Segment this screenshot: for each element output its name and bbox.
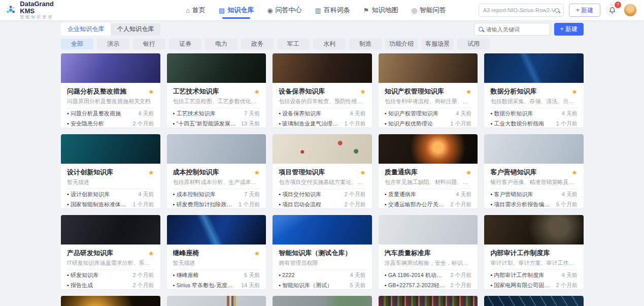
knowledge-card[interactable]: 继峰座椅 ★ 暂无描述 继峰座椅 5 天前 Sirius 窄条敷包-宽度不均匀 …	[167, 215, 266, 289]
card-doc-item[interactable]: 知识产权管理知识库 4 天前	[385, 108, 472, 118]
card-doc-item[interactable]: 设备保养知识库 4 天前	[279, 108, 366, 118]
app-logo[interactable]: DataGrand KMS 智能知识管理	[5, 1, 60, 20]
card-doc-item[interactable]: 项目需求分析报告编制提纲 5 个月前	[490, 199, 578, 208]
knowledge-card[interactable]: 成本控制知识库 ★ 包括原材料成本分析、生产成本核算、成本优化... 成本控制知…	[167, 134, 266, 208]
nav-item-qa-center[interactable]: ◉ 问答中心	[267, 0, 301, 20]
knowledge-card-partial[interactable]	[484, 296, 584, 306]
card-doc-item[interactable]: 设计创新知识库 4 天前	[67, 189, 154, 199]
doc-time: 4 天前	[134, 110, 154, 117]
card-doc-item[interactable]: 客户营销知识库 4 天前	[490, 189, 578, 199]
filter-chip-manufacturing[interactable]: 制造	[349, 39, 382, 49]
notification-bell[interactable]: ?	[605, 4, 619, 17]
knowledge-card[interactable]: 项目管理知识库 ★ 包含项目交付实施基础方案论、公司成本、进度... 项目交付知…	[273, 134, 372, 208]
filter-chip-features[interactable]: 功能介绍	[385, 39, 418, 49]
global-search-input[interactable]	[483, 7, 555, 13]
card-doc-item[interactable]: 交通运输部办公厅关于2016年下... 2 个月前	[385, 199, 472, 208]
star-icon[interactable]: ★	[360, 169, 366, 176]
filter-chip-military[interactable]: 军工	[277, 39, 310, 49]
knowledge-card-partial[interactable]	[379, 296, 478, 306]
card-doc-item[interactable]: 安全隐患分析 2 个月前	[67, 118, 154, 128]
knowledge-card[interactable]: 产品研发知识库 ★ IT研发知识库涵盖需求分析、系统设计、编码规... 研发知识…	[61, 215, 160, 289]
keyword-search-input[interactable]	[486, 26, 546, 33]
filter-chip-power[interactable]: 电力	[205, 39, 238, 49]
star-icon[interactable]: ★	[148, 88, 154, 96]
star-icon[interactable]: ★	[254, 88, 260, 96]
card-doc-item[interactable]: 质量通病库 4 天前	[385, 189, 472, 199]
filter-chip-water[interactable]: 水利	[313, 39, 346, 49]
header-new-button[interactable]: + 新建	[569, 4, 600, 17]
card-doc-item[interactable]: 工业大数据分析指南 1 个月前	[490, 118, 578, 128]
star-icon[interactable]: ★	[466, 169, 472, 176]
knowledge-card[interactable]: 设计创新知识库 ★ 暂无描述 设计创新知识库 4 天前 国家智能制造标准体系建设…	[61, 134, 160, 208]
knowledge-card-partial[interactable]	[61, 296, 160, 306]
knowledge-card[interactable]: 内部审计工作制度库 审计计划、审计方案、审计工作程序、审计质量 内部审计工作制度…	[484, 215, 584, 289]
star-icon[interactable]: ★	[148, 169, 154, 176]
global-search[interactable]	[479, 4, 564, 17]
knowledge-card-partial[interactable]: SAFE	[273, 296, 372, 306]
card-doc-item[interactable]: 2222 4 天前	[279, 270, 366, 280]
card-doc-item[interactable]: 研发知识库 2 个月前	[67, 270, 154, 280]
star-icon[interactable]: ★	[254, 169, 260, 176]
filter-chip-demo[interactable]: 演示	[97, 39, 129, 49]
card-doc-item[interactable]: 报告生成 2 个月前	[67, 280, 154, 289]
card-description: 包括工艺流程图、工艺参数优化、新材料应用、...	[173, 98, 260, 105]
card-doc-item[interactable]: 国家智能制造标准体系建设指南 1 个月前	[67, 199, 154, 208]
keyword-search[interactable]	[474, 23, 550, 36]
filter-chip-bank[interactable]: 银行	[133, 39, 165, 49]
knowledge-card[interactable]: 智能知识库（测试仓库） 拥有管理员权限 2222 4 天前 智能知识库（测试） …	[273, 215, 372, 289]
new-repo-button[interactable]: + 新建	[554, 23, 584, 36]
star-icon[interactable]: ★	[571, 169, 578, 176]
nav-item-smart-qa[interactable]: ◎ 智能问答	[411, 0, 446, 20]
star-icon[interactable]: ★	[254, 250, 260, 257]
knowledge-card[interactable]: 数据分析知识库 ★ 包括数据采集、存储、清洗、分析和可视化等内... 数据分析知…	[484, 53, 584, 128]
star-icon[interactable]: ★	[466, 88, 472, 96]
card-doc-item[interactable]: 知识产权优势理论 1 个月前	[385, 118, 472, 128]
card-doc-item[interactable]: 项目交付知识库 2 个月前	[279, 189, 366, 199]
filter-chip-government[interactable]: 政务	[241, 39, 274, 49]
star-icon[interactable]: ★	[571, 88, 578, 96]
nav-item-knowledge-map[interactable]: ⚑ 知识地图	[363, 0, 398, 20]
app-subtitle: 智能知识管理	[20, 15, 60, 20]
user-avatar[interactable]	[624, 4, 637, 17]
card-doc-item[interactable]: 数据分析知识库 4 天前	[490, 108, 578, 118]
doc-time: 5 个月前	[552, 201, 578, 208]
knowledge-card[interactable]: 工艺技术知识库 ★ 包括工艺流程图、工艺参数优化、新材料应用、... 工艺技术知…	[167, 53, 266, 128]
card-doc-item[interactable]: 研发费用加计扣除政策执行指引... 1 个月前	[173, 199, 260, 208]
card-doc-item[interactable]: GB+22757.2-2023轻型汽车能源... 2 个月前	[385, 280, 472, 289]
star-icon[interactable]: ★	[360, 88, 366, 96]
card-doc-item[interactable]: 继峰座椅 5 天前	[173, 270, 260, 280]
nav-item-home[interactable]: ⌂ 首页	[186, 0, 206, 20]
card-doc-item[interactable]: 玻璃制造业废气治理工程技术规... 1 个月前	[279, 118, 366, 128]
nav-item-knowledge-repo[interactable]: ▤ 知识仓库	[219, 0, 254, 20]
doc-name: 2222	[279, 272, 294, 278]
card-doc-item[interactable]: 内部审计工作制度库 4 天前	[490, 270, 578, 280]
star-icon[interactable]: ★	[148, 250, 154, 257]
tab-enterprise[interactable]: 企业知识仓库	[61, 23, 111, 36]
knowledge-card[interactable]: 客户营销知识库 ★ 银行客户画像、精准营销策略及数字化渠道管理... 客户营销知…	[484, 134, 584, 208]
nav-item-encyclopedia[interactable]: ▥ 百科词条	[315, 0, 350, 20]
knowledge-card[interactable]: 质量通病库 ★ 包含常见施工缺陷、材料问题、工艺疏漏及整改... 质量通病库 4…	[379, 134, 478, 208]
knowledge-card[interactable]: 设备保养知识库 ★ 包括设备的日常检查、预防性维护计划、故障诊... 设备保养知…	[273, 53, 372, 128]
card-doc-item[interactable]: Sirius 窄条敷包-宽度不均匀 14 天前	[173, 280, 260, 289]
card-doc-item[interactable]: 智能知识库（测试） 5 天前	[279, 280, 366, 289]
card-doc-item[interactable]: 问题分析及整改措施 4 天前	[67, 108, 154, 118]
card-doc-item[interactable]: 工艺技术知识库 7 天前	[173, 108, 260, 118]
tab-personal[interactable]: 个人知识仓库	[111, 23, 160, 36]
card-doc-item[interactable]: 国家电网有限公司固定资产管理... 2 个月前	[490, 280, 578, 289]
filter-chip-all[interactable]: 全部	[61, 39, 93, 49]
card-doc-item[interactable]: GA 1186-2014 机动车安全技术... 2 个月前	[385, 270, 472, 280]
search-icon[interactable]	[555, 8, 559, 13]
doc-time: 2 个月前	[446, 282, 471, 289]
card-doc-item[interactable]: “十四五”新型能源发展实施方案 13 天前	[173, 118, 260, 128]
filter-chip-trial[interactable]: 试用	[457, 39, 490, 49]
doc-time: 1 个月前	[128, 201, 154, 208]
knowledge-card[interactable]: 知识产权管理知识库 ★ 包括专利申请流程、商标注册、知识产权保护策... 知识产…	[379, 53, 478, 128]
knowledge-card-partial[interactable]	[167, 296, 266, 306]
filter-chip-service[interactable]: 客服场景	[421, 39, 454, 49]
card-cover-image	[484, 53, 584, 83]
knowledge-card[interactable]: 汽车质量标准库 涉及车辆测试检验，安全，标识，车辆零部件，... GA 1186…	[379, 215, 478, 289]
filter-chip-securities[interactable]: 证券	[169, 39, 201, 49]
knowledge-card[interactable]: 问题分析及整改措施 ★ 问题原因分析及整改措施相关文档 问题分析及整改措施 4 …	[61, 53, 160, 128]
card-doc-item[interactable]: 项目启动会流程 2 个月前	[279, 199, 366, 208]
card-doc-item[interactable]: 成本控制知识库 7 天前	[173, 189, 260, 199]
